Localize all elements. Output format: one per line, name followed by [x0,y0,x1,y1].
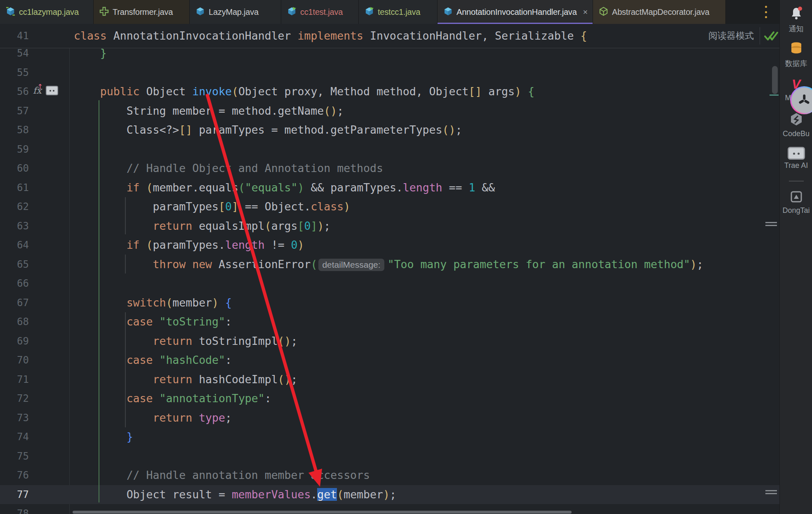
java-runnable-icon [365,7,374,18]
ai-assistant-icon [791,87,812,113]
sidebar-item-数据库[interactable]: 数据库 [780,41,812,68]
code-line-56[interactable]: 56fx↑ public Object invoke(Object proxy,… [0,82,779,101]
code-text: return type; [74,408,232,428]
tab-AnnotationInvocationHandler.java[interactable]: AnnotationInvocationHandler.java× [438,0,593,24]
line-number: 58 [7,120,29,140]
line-number: 68 [7,312,29,332]
sidebar-item-label: 数据库 [780,59,812,68]
tab-label: Transformer.java [113,7,173,17]
line-number: 57 [7,101,29,121]
code-line-74[interactable]: 74 } [0,427,779,447]
dongtai-icon [790,197,803,204]
code-text: return equalsImpl(args[0]); [74,217,330,236]
code-text: // Handle Object and Annotation methods [74,159,383,178]
java-abstract-icon [599,7,608,18]
code-line-65[interactable]: 65 throw new AssertionError(detailMessag… [0,255,779,274]
sidebar-item-通知[interactable]: 通知 [780,6,812,34]
java-class-icon [443,7,453,18]
bell-icon [789,15,803,22]
header-divider [760,27,760,45]
code-line-58[interactable]: 58 Class<?>[] paramTypes = method.getPar… [0,120,779,140]
code-text: // Handle annotation member accessors [74,466,370,485]
sidebar-item-label: 通知 [780,24,812,34]
gutter-icons[interactable]: fx↑ [33,85,58,96]
overridden-method-icon[interactable]: fx↑ [33,85,42,96]
code-line-71[interactable]: 71 return hashCodeImpl(); [0,370,779,389]
inlay-hint[interactable]: detailMessage: [318,259,384,271]
usages-icon[interactable] [46,86,58,95]
code-text: case "toString": [74,312,232,332]
tab-testcc1.java[interactable]: testcc1.java [359,0,438,24]
code-line-67[interactable]: 67 switch(member) { [0,293,779,313]
line-number: 76 [7,466,29,485]
horizontal-scrollbar-thumb[interactable] [73,511,572,514]
code-line-57[interactable]: 57 String member = method.getName(); [0,101,779,121]
tab-Transformer.java[interactable]: Transformer.java [94,0,190,24]
code-line-55[interactable]: 55 [0,63,779,83]
sidebar-item-Trae AI[interactable]: Trae AI [780,147,812,170]
sidebar-item-DongTai[interactable]: DongTai [780,191,812,215]
code-line-70[interactable]: 70 case "hashCode": [0,351,779,370]
sidebar-item-label: CodeBu [780,130,812,138]
code-text: String member = method.getName(); [74,101,344,121]
code-text: if (paramTypes.length != 0) [74,236,304,255]
trae-icon [788,149,805,156]
code-line-73[interactable]: 73 return type; [0,408,779,428]
tab-overflow-menu-icon[interactable] [762,5,770,19]
tab-label: AbstractMapDecorator.java [612,7,709,17]
sidebar-item-label: Trae AI [780,161,812,170]
line-number: 70 [7,351,29,370]
line-number: 60 [7,159,29,178]
tab-label: cc1test.java [300,7,343,17]
reader-mode-button[interactable]: 阅读器模式 [708,24,754,48]
code-line-62[interactable]: 62 paramTypes[0] == Object.class) [0,197,779,217]
code-line-69[interactable]: 69 return toStringImpl(); [0,332,779,351]
line-number: 72 [7,389,29,408]
right-edge-mark [765,222,777,226]
line-number: 55 [7,63,29,83]
tab-label: testcc1.java [378,7,420,17]
code-line-59[interactable]: 59 [0,140,779,159]
java-class-icon [195,7,205,18]
line-number: 71 [7,370,29,389]
vertical-scrollbar-thumb[interactable] [772,66,778,94]
line-number: 59 [7,140,29,159]
tab-LazyMap.java[interactable]: LazyMap.java [190,0,281,24]
tab-cc1lazymap.java[interactable]: cc1lazymap.java [0,0,94,24]
code-text: switch(member) { [74,293,232,313]
code-line-75[interactable]: 75 [0,447,779,466]
line-number: 56 [7,82,29,101]
code-line-64[interactable]: 64 if (paramTypes.length != 0) [0,236,779,255]
line-number: 69 [7,332,29,351]
code-text: Class<?>[] paramTypes = method.getParame… [74,120,462,140]
line-number: 65 [7,255,29,274]
code-text: paramTypes[0] == Object.class) [74,197,350,217]
tab-AbstractMapDecorator.java[interactable]: AbstractMapDecorator.java [593,0,726,24]
code-line-60[interactable]: 60 // Handle Object and Annotation metho… [0,159,779,178]
tab-close-icon[interactable]: × [583,8,588,16]
code-line-77[interactable]: 77 Object result = memberValues.get(memb… [0,485,779,505]
sticky-line-number: 41 [7,24,29,48]
indent-guide-if [125,197,126,234]
code-text: Object result = memberValues.get(member)… [74,485,396,505]
code-line-72[interactable]: 72 case "annotationType": [0,389,779,408]
scrollbar-vcs-mark [770,94,779,96]
line-number: 63 [7,217,29,236]
sidebar-item-label: DongTai [780,206,812,215]
code-line-76[interactable]: 76 // Handle annotation member accessors [0,466,779,485]
inspections-ok-icon[interactable] [764,29,779,44]
line-number: 74 [7,427,29,447]
indent-guide-throw [125,255,126,274]
tab-label: AnnotationInvocationHandler.java [457,7,577,17]
tab-label: cc1lazymap.java [19,7,79,17]
code-line-68[interactable]: 68 case "toString": [0,312,779,332]
code-line-66[interactable]: 66 [0,274,779,293]
tab-cc1test.java[interactable]: cc1test.java [281,0,359,24]
code-line-61[interactable]: 61 if (member.equals("equals") && paramT… [0,178,779,198]
tab-label: LazyMap.java [209,7,259,17]
line-number: 64 [7,236,29,255]
code-text: if (member.equals("equals") && paramType… [74,178,495,198]
sticky-class-declaration: class AnnotationInvocationHandler implem… [74,24,587,48]
sidebar-item-CodeBu[interactable]: CodeBu [780,112,812,138]
code-line-63[interactable]: 63 return equalsImpl(args[0]); [0,217,779,236]
